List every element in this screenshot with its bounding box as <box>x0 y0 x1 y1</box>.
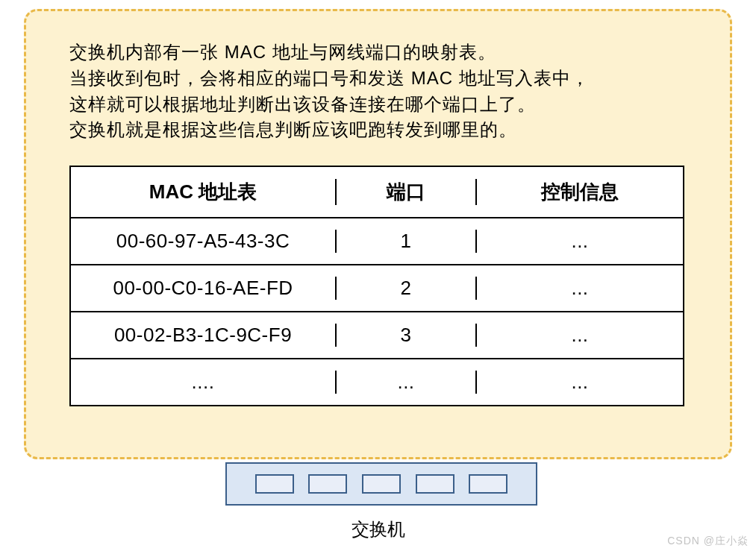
switch-port-icon <box>416 474 454 494</box>
switch-port-icon <box>362 474 401 494</box>
cell-ctrl: ... <box>477 230 683 253</box>
desc-line-4: 交换机就是根据这些信息判断应该吧跑转发到哪里的。 <box>69 119 517 139</box>
cell-mac: 00-02-B3-1C-9C-F9 <box>71 324 337 347</box>
info-panel: 交换机内部有一张 MAC 地址与网线端口的映射表。 当接收到包时，会将相应的端口… <box>24 9 732 459</box>
cell-port: 2 <box>337 277 477 300</box>
table-row: 00-60-97-A5-43-3C 1 ... <box>71 217 683 264</box>
table-row: .... ... ... <box>71 358 683 405</box>
mac-address-table: MAC 地址表 端口 控制信息 00-60-97-A5-43-3C 1 ... … <box>69 166 684 406</box>
description-text: 交换机内部有一张 MAC 地址与网线端口的映射表。 当接收到包时，会将相应的端口… <box>69 40 687 143</box>
cell-port: 1 <box>337 230 477 253</box>
switch-port-icon <box>469 474 507 494</box>
table-row: 00-02-B3-1C-9C-F9 3 ... <box>71 311 683 358</box>
desc-line-1: 交换机内部有一张 MAC 地址与网线端口的映射表。 <box>69 42 496 62</box>
header-mac: MAC 地址表 <box>71 179 337 205</box>
cell-ctrl: ... <box>477 277 683 300</box>
table-row: 00-00-C0-16-AE-FD 2 ... <box>71 264 683 311</box>
desc-line-3: 这样就可以根据地址判断出该设备连接在哪个端口上了。 <box>69 94 536 114</box>
desc-line-2: 当接收到包时，会将相应的端口号和发送 MAC 地址写入表中， <box>69 68 590 88</box>
switch-device <box>225 462 537 506</box>
header-port: 端口 <box>337 179 477 205</box>
switch-port-icon <box>255 474 294 494</box>
cell-ctrl: ... <box>477 324 683 347</box>
cell-ctrl: ... <box>477 371 683 394</box>
header-ctrl: 控制信息 <box>477 179 683 205</box>
cell-mac: 00-60-97-A5-43-3C <box>71 230 337 253</box>
cell-mac: 00-00-C0-16-AE-FD <box>71 277 337 300</box>
watermark-text: CSDN @庄小焱 <box>667 535 749 548</box>
switch-port-icon <box>308 474 347 494</box>
switch-label: 交换机 <box>0 517 756 541</box>
table-header-row: MAC 地址表 端口 控制信息 <box>71 167 683 217</box>
cell-mac: .... <box>71 371 337 394</box>
cell-port: ... <box>337 371 477 394</box>
cell-port: 3 <box>337 324 477 347</box>
